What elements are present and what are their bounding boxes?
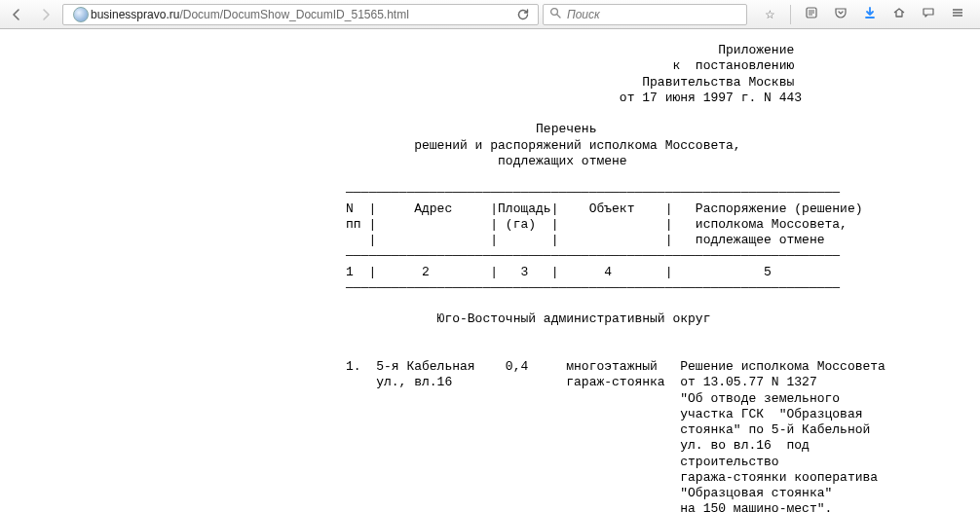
table-colnum-row: 1 | 2 | 3 | 4 | 5 xyxy=(346,265,772,279)
forward-button[interactable] xyxy=(33,3,58,26)
table-row: 1. 5-я Кабельная 0,4 многоэтажный Решени… xyxy=(346,359,886,512)
table-header-row: | | | | подлежащее отмене xyxy=(346,233,824,247)
doc-header-right: Приложение к постановлению Правительства… xyxy=(346,43,802,105)
table-bottom-rule: ————————————————————————————————————————… xyxy=(346,280,840,295)
search-icon xyxy=(549,7,561,21)
address-bar[interactable]: businesspravo.ru/Docum/DocumShow_DocumID… xyxy=(62,4,539,25)
search-input[interactable] xyxy=(567,8,740,21)
chat-icon[interactable] xyxy=(920,6,937,22)
search-bar[interactable] xyxy=(543,4,747,25)
table-header-row: пп | | (га) | | исполкома Моссовета, xyxy=(346,217,848,232)
svg-line-1 xyxy=(557,15,560,18)
table-top-rule: ————————————————————————————————————————… xyxy=(346,185,840,200)
document-body: Приложение к постановлению Правительства… xyxy=(0,29,980,512)
toolbar-icons: ☆ xyxy=(751,5,976,24)
doc-title: Перечень решений и распоряжений исполком… xyxy=(346,122,741,168)
arrow-right-icon xyxy=(39,8,53,21)
bookmark-star-icon[interactable]: ☆ xyxy=(761,8,778,21)
pocket-icon[interactable] xyxy=(832,6,849,22)
reload-icon xyxy=(516,8,530,21)
downloads-icon[interactable] xyxy=(861,6,879,22)
back-button[interactable] xyxy=(4,3,29,26)
page-viewport[interactable]: Приложение к постановлению Правительства… xyxy=(0,29,980,512)
globe-icon xyxy=(73,7,89,22)
separator xyxy=(790,5,791,24)
home-icon[interactable] xyxy=(890,6,908,22)
reader-icon[interactable] xyxy=(803,6,820,22)
reload-button[interactable] xyxy=(512,5,534,24)
menu-icon[interactable] xyxy=(949,6,966,22)
district-heading: Юго-Восточный административный округ xyxy=(346,311,710,326)
browser-toolbar: businesspravo.ru/Docum/DocumShow_DocumID… xyxy=(0,0,980,29)
table-header-row: N | Адрес |Площадь| Объект | Распоряжени… xyxy=(346,201,863,216)
arrow-left-icon xyxy=(10,8,23,21)
table-mid-rule: ————————————————————————————————————————… xyxy=(346,248,840,263)
url-text: businesspravo.ru/Docum/DocumShow_DocumID… xyxy=(91,8,512,21)
